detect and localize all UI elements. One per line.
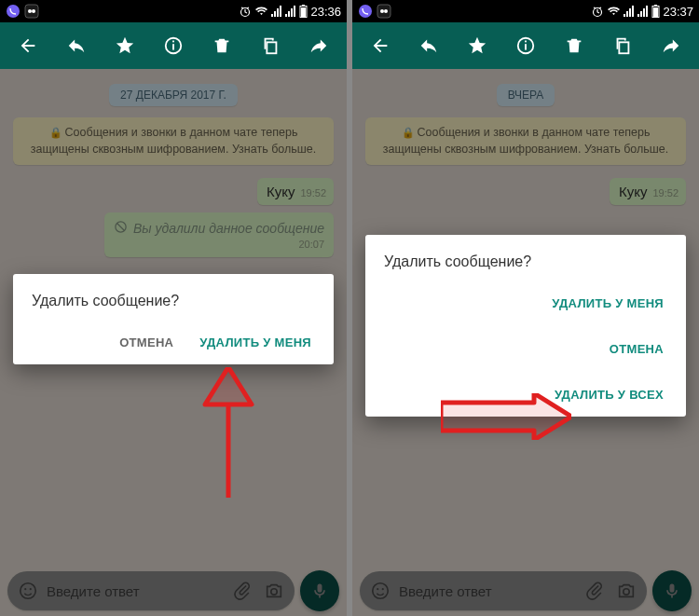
delete-dialog: Удалить сообщение? УДАЛИТЬ У МЕНЯ ОТМЕНА… — [365, 235, 686, 417]
back-button[interactable] — [9, 27, 47, 64]
chat-area: ВЧЕРА 🔒Сообщения и звонки в данном чате … — [352, 69, 699, 616]
svg-rect-28 — [525, 41, 527, 43]
dialog-title: Удалить сообщение? — [384, 253, 667, 270]
selection-toolbar — [352, 22, 699, 69]
reply-button[interactable] — [58, 27, 95, 64]
svg-point-18 — [359, 5, 372, 18]
cancel-button[interactable]: ОТМЕНА — [116, 330, 177, 355]
dialog-title: Удалить сообщение? — [32, 293, 315, 309]
svg-rect-29 — [619, 42, 628, 53]
back-button[interactable] — [362, 27, 399, 64]
svg-rect-27 — [525, 44, 527, 49]
signal-icon — [624, 6, 635, 17]
signal-icon — [271, 6, 282, 17]
viber-icon — [6, 4, 21, 19]
signal-icon-2 — [637, 6, 649, 17]
status-time: 23:36 — [310, 5, 341, 19]
copy-button[interactable] — [252, 27, 289, 64]
svg-rect-25 — [653, 7, 658, 17]
svg-point-0 — [7, 5, 20, 18]
svg-rect-9 — [172, 44, 174, 49]
star-button[interactable] — [459, 27, 496, 64]
alarm-icon — [591, 5, 604, 18]
forward-button[interactable] — [300, 27, 337, 64]
cancel-button[interactable]: ОТМЕНА — [606, 336, 667, 362]
svg-point-20 — [380, 9, 384, 13]
svg-rect-11 — [267, 42, 276, 53]
wifi-icon — [607, 6, 621, 17]
copy-button[interactable] — [604, 27, 641, 64]
wifi-icon — [254, 6, 268, 17]
alarm-icon — [239, 5, 252, 18]
status-bar: 23:36 — [0, 0, 347, 22]
status-bar: 23:37 — [352, 0, 699, 22]
phone-left: 23:36 27 ДЕКАБРЯ 2017 Г. 🔒Сообщения и зв… — [0, 0, 347, 616]
annotation-arrow — [441, 393, 571, 444]
battery-icon — [299, 5, 308, 18]
star-button[interactable] — [106, 27, 144, 64]
viber-icon — [358, 4, 373, 19]
info-button[interactable] — [155, 27, 192, 64]
reply-button[interactable] — [410, 27, 447, 64]
selection-toolbar — [0, 22, 347, 69]
phone-right: 23:37 ВЧЕРА 🔒Сообщения и звонки в данном… — [352, 0, 699, 616]
info-button[interactable] — [507, 27, 544, 64]
delete-for-me-button[interactable]: УДАЛИТЬ У МЕНЯ — [196, 330, 315, 355]
delete-dialog: Удалить сообщение? ОТМЕНА УДАЛИТЬ У МЕНЯ — [13, 274, 334, 364]
owl-icon — [377, 4, 391, 19]
battery-icon — [651, 5, 660, 18]
status-time: 23:37 — [663, 5, 693, 19]
delete-for-me-button[interactable]: УДАЛИТЬ У МЕНЯ — [548, 291, 667, 316]
svg-point-3 — [32, 9, 35, 13]
annotation-arrow — [196, 367, 261, 501]
chat-area: 27 ДЕКАБРЯ 2017 Г. 🔒Сообщения и звонки в… — [0, 69, 347, 616]
delete-button[interactable] — [555, 27, 593, 64]
owl-icon — [24, 4, 39, 19]
svg-rect-10 — [172, 41, 174, 43]
svg-rect-7 — [301, 7, 306, 17]
forward-button[interactable] — [652, 27, 690, 64]
svg-point-2 — [28, 9, 32, 13]
signal-icon-2 — [285, 6, 296, 17]
delete-button[interactable] — [203, 27, 240, 64]
svg-point-21 — [384, 9, 388, 13]
